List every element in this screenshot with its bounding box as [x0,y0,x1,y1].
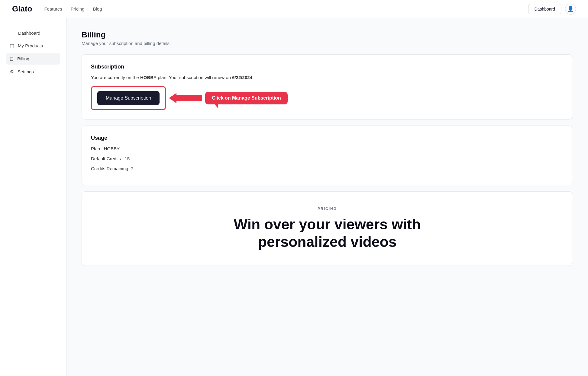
sidebar: → Dashboard ◫ My Products ◻ Billing ⚙ Se… [0,18,66,376]
highlight-box: Manage Subscription [91,86,166,110]
nav-pricing[interactable]: Pricing [71,6,85,11]
nav-blog[interactable]: Blog [93,6,102,11]
subscription-card-title: Subscription [91,64,564,70]
billing-icon: ◻ [10,56,14,62]
callout-bubble: Click on Manage Subscription [205,92,287,104]
nav-actions: Dashboard 👤 [528,4,576,14]
sidebar-item-dashboard[interactable]: → Dashboard [6,27,60,39]
navbar: Glato Features Pricing Blog Dashboard 👤 [0,0,588,18]
arrow-right-icon: → [10,30,15,36]
sidebar-label-settings: Settings [18,69,34,74]
gear-icon: ⚙ [10,69,14,75]
user-avatar-icon[interactable]: 👤 [565,4,576,14]
page-subtitle: Manage your subscription and billing det… [82,41,573,46]
sidebar-item-my-products[interactable]: ◫ My Products [6,40,60,52]
subscription-card: Subscription You are currently on the HO… [82,54,573,119]
brand-logo: Glato [12,4,32,14]
usage-default-credits: Default Credits : 15 [91,156,564,161]
svg-marker-1 [175,95,202,101]
sidebar-item-billing[interactable]: ◻ Billing [6,53,60,65]
arrow-annotation [169,91,205,106]
page-title: Billing [82,30,573,40]
nav-features[interactable]: Features [44,6,62,11]
pricing-card: PRICING Win over your viewers with perso… [82,191,573,266]
sidebar-label-billing: Billing [17,56,29,61]
usage-credits-remaining: Credits Remaining: 7 [91,166,564,171]
arrow-icon [169,91,205,106]
usage-card: Usage Plan : HOBBY Default Credits : 15 … [82,126,573,185]
pricing-label: PRICING [91,207,564,211]
subscription-info-text: You are currently on the HOBBY plan. You… [91,75,564,80]
usage-plan: Plan : HOBBY [91,146,564,151]
dashboard-button[interactable]: Dashboard [528,4,562,14]
svg-marker-2 [169,93,176,103]
usage-card-title: Usage [91,135,564,141]
main-content: Billing Manage your subscription and bil… [66,18,588,376]
annotation-row: Manage Subscription [91,86,564,110]
page-layout: → Dashboard ◫ My Products ◻ Billing ⚙ Se… [0,18,588,376]
nav-links: Features Pricing Blog [44,6,528,11]
monitor-icon: ◫ [10,43,14,49]
manage-subscription-button[interactable]: Manage Subscription [97,91,160,105]
sidebar-item-settings[interactable]: ⚙ Settings [6,66,60,78]
sidebar-label-dashboard: Dashboard [18,30,40,36]
pricing-headline: Win over your viewers with personalized … [91,216,564,250]
sidebar-label-my-products: My Products [18,43,43,48]
